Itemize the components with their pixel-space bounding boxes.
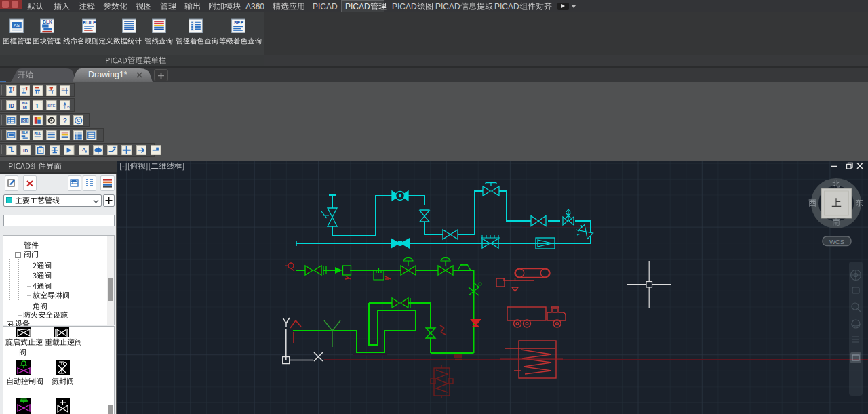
svg-text:L: L <box>39 148 41 152</box>
svg-text:B: B <box>67 104 70 108</box>
svg-text:ID: ID <box>9 102 14 108</box>
svg-text:A: A <box>63 102 66 106</box>
svg-text:NA: NA <box>22 101 27 105</box>
svg-text:BLK: BLK <box>43 20 52 24</box>
svg-text:AS: AS <box>14 23 20 28</box>
svg-text:SPE: SPE <box>234 20 244 26</box>
svg-text:RULE: RULE <box>83 20 96 26</box>
svg-text:MI: MI <box>22 105 27 109</box>
svg-text:RUL: RUL <box>35 131 41 136</box>
svg-text:ID: ID <box>23 147 28 153</box>
svg-text:BLK: BLK <box>21 131 28 135</box>
svg-text:WCS: WCS <box>829 238 844 245</box>
svg-text:": " <box>41 101 42 105</box>
svg-text:C: C <box>77 118 80 123</box>
svg-text:1: 1 <box>35 101 39 109</box>
svg-text:SFE: SFE <box>47 104 56 108</box>
svg-text:?: ? <box>62 117 66 124</box>
svg-text:DB: DB <box>22 119 27 123</box>
